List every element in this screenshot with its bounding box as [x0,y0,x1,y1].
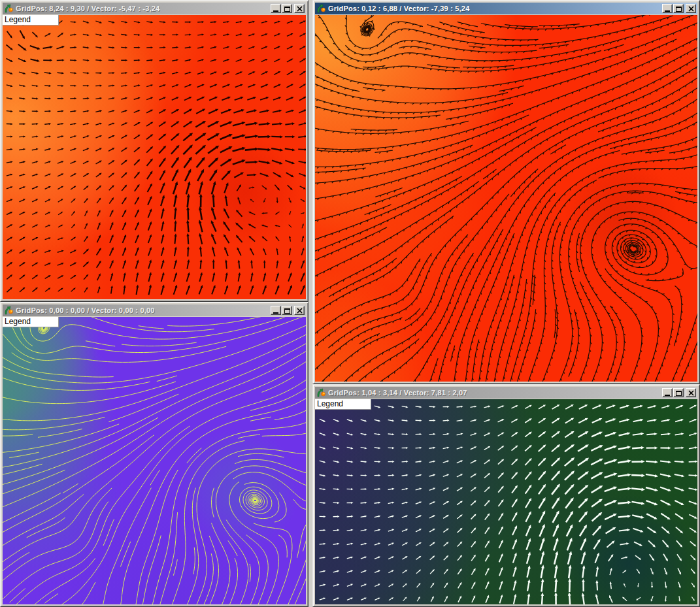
minimize-button[interactable] [271,306,281,315]
close-icon [688,390,694,396]
window-controls [270,306,305,315]
flow-view [315,15,697,382]
app-icon[interactable] [4,306,14,316]
maximize-button[interactable] [673,388,684,397]
window-streamline-plot-purple[interactable]: GridPos: 0,00 : 0,00 / Vector: 0,00 : 0,… [0,302,308,607]
window-controls [661,4,696,13]
flow-canvas-arrows[interactable] [3,15,306,299]
close-icon [688,6,694,12]
maximize-icon [676,391,682,396]
minimize-button[interactable] [662,388,673,397]
maximize-icon [284,7,290,12]
window-vector-plot-arrows-red[interactable]: GridPos: 8,24 : 9,30 / Vector: -5,47 : -… [0,0,308,302]
window-title: GridPos: 0,12 : 6,88 / Vector: -7,39 : 5… [326,5,661,12]
legend-label: Legend [315,399,371,410]
flow-canvas-arrows[interactable] [315,399,697,604]
title-bar[interactable]: GridPos: 0,12 : 6,88 / Vector: -7,39 : 5… [315,3,697,14]
flow-view: Legend [315,399,697,604]
flow-view: Legend [3,317,306,604]
window-title: GridPos: 8,24 : 9,30 / Vector: -5,47 : -… [14,5,270,12]
maximize-icon [284,308,290,314]
window-controls [270,4,305,13]
window-vector-plot-arrows-green[interactable]: GridPos: 1,04 : 3,14 / Vector: 7,81 : 2,… [312,384,700,607]
minimize-button[interactable] [271,4,281,13]
close-icon [297,308,303,314]
close-button[interactable] [294,306,305,315]
minimize-icon [273,312,278,314]
maximize-button[interactable] [673,4,684,13]
mdi-desktop: { "app": { "desktop_bg": "#d0cfca", "app… [0,0,700,607]
title-bar[interactable]: GridPos: 0,00 : 0,00 / Vector: 0,00 : 0,… [3,304,306,316]
title-bar[interactable]: GridPos: 8,24 : 9,30 / Vector: -5,47 : -… [3,3,306,14]
title-bar[interactable]: GridPos: 1,04 : 3,14 / Vector: 7,81 : 2,… [315,387,697,399]
app-icon[interactable] [316,4,326,14]
minimize-button[interactable] [662,4,673,13]
window-streamline-plot-red[interactable]: GridPos: 0,12 : 6,88 / Vector: -7,39 : 5… [312,0,700,384]
minimize-icon [273,10,278,12]
minimize-icon [665,10,670,12]
maximize-icon [676,7,682,12]
flow-canvas-streamlines[interactable] [315,15,697,382]
close-button[interactable] [686,4,696,13]
close-icon [297,6,303,12]
maximize-button[interactable] [282,306,292,315]
app-icon[interactable] [316,388,326,398]
legend-label: Legend [3,317,59,327]
minimize-icon [665,395,670,396]
close-button[interactable] [686,388,696,397]
legend-label: Legend [3,15,59,25]
app-icon[interactable] [4,4,14,14]
flow-view: Legend [3,15,306,299]
close-button[interactable] [294,4,305,13]
maximize-button[interactable] [282,4,292,13]
window-title: GridPos: 1,04 : 3,14 / Vector: 7,81 : 2,… [326,389,661,397]
window-controls [661,388,696,397]
flow-canvas-streamlines[interactable] [3,317,306,604]
window-title: GridPos: 0,00 : 0,00 / Vector: 0,00 : 0,… [14,306,270,314]
